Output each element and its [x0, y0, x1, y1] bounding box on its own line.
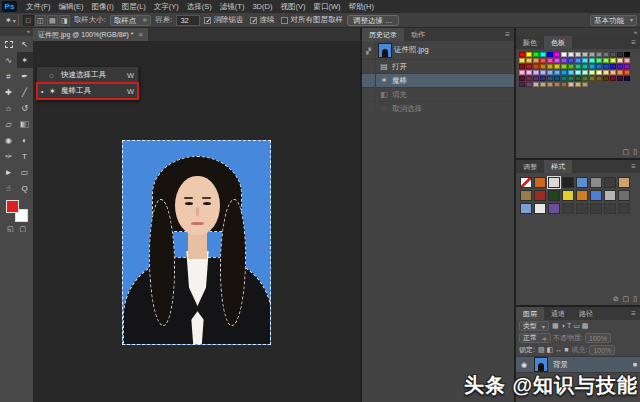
swatch[interactable] [561, 58, 567, 63]
swatch[interactable] [547, 58, 553, 63]
clear-style-icon[interactable]: ⊘ [613, 295, 619, 303]
filter-shape-layers-icon[interactable]: ▭ [572, 322, 581, 330]
brush-tool[interactable]: ╱ [17, 84, 33, 100]
swatch[interactable] [561, 64, 567, 69]
swatch[interactable] [589, 58, 595, 63]
foreground-color-swatch[interactable] [6, 200, 19, 213]
history-entry[interactable]: ▤打开 [362, 60, 514, 74]
swatch[interactable] [526, 76, 532, 81]
move-tool[interactable]: ↖ [17, 36, 33, 52]
panel-menu-icon[interactable]: ≡ [627, 307, 640, 320]
quick-mask-icon[interactable]: ◱ [7, 225, 14, 233]
swatch[interactable] [589, 52, 595, 57]
menu-item[interactable]: 文件(F) [22, 0, 55, 13]
style-swatch[interactable] [576, 177, 588, 188]
tool-preset-picker[interactable]: ✶ ▾ [3, 15, 19, 26]
flyout-item-魔棒工具[interactable]: •✶魔棒工具W [37, 83, 138, 99]
tab-styles[interactable]: 样式 [544, 160, 572, 173]
swatch[interactable] [533, 70, 539, 75]
swatch[interactable] [589, 76, 595, 81]
menu-item[interactable]: 窗口(W) [309, 0, 344, 13]
swatch[interactable] [561, 52, 567, 57]
style-swatch[interactable] [590, 177, 602, 188]
swatch[interactable] [582, 82, 588, 87]
swatch[interactable] [589, 70, 595, 75]
swatch[interactable] [554, 52, 560, 57]
tab-channels[interactable]: 通道 [544, 307, 572, 320]
swatch[interactable] [610, 70, 616, 75]
swatch[interactable] [519, 64, 525, 69]
swatch[interactable] [519, 52, 525, 57]
swatch[interactable] [603, 58, 609, 63]
new-style-icon[interactable]: ▢ [623, 295, 630, 303]
swatch[interactable] [610, 52, 616, 57]
swatch[interactable] [582, 58, 588, 63]
panel-menu-icon[interactable]: ≡ [501, 28, 514, 41]
menu-item[interactable]: 帮助(H) [345, 0, 378, 13]
panel-menu-icon[interactable]: ≡ [627, 36, 640, 49]
menu-item[interactable]: 图层(L) [118, 0, 150, 13]
dock-collapse-icon[interactable]: » [516, 28, 640, 36]
tab-layers[interactable]: 图层 [516, 307, 544, 320]
fill-select[interactable]: 100% [589, 345, 615, 355]
swatch[interactable] [554, 64, 560, 69]
swatch[interactable] [617, 76, 623, 81]
swatch[interactable] [526, 64, 532, 69]
style-swatch[interactable] [576, 190, 588, 201]
swatch[interactable] [617, 58, 623, 63]
swatch[interactable] [568, 64, 574, 69]
style-swatch[interactable] [618, 190, 630, 201]
swatch[interactable] [603, 64, 609, 69]
hand-tool[interactable]: ☝ [1, 180, 17, 196]
tab-paths[interactable]: 路径 [572, 307, 600, 320]
swatch[interactable] [533, 64, 539, 69]
swatch[interactable] [561, 70, 567, 75]
lasso-tool[interactable]: ∿ [1, 52, 17, 68]
pen-tool[interactable]: ✑ [1, 148, 17, 164]
swatch[interactable] [533, 58, 539, 63]
opacity-select[interactable]: 100% [585, 333, 611, 343]
swatch[interactable] [554, 58, 560, 63]
style-swatch[interactable] [548, 177, 560, 188]
swatch[interactable] [540, 76, 546, 81]
swatch[interactable] [519, 58, 525, 63]
gradient-tool[interactable] [17, 116, 33, 132]
swatch[interactable] [582, 70, 588, 75]
swatch[interactable] [624, 52, 630, 57]
menu-item[interactable]: 图像(I) [88, 0, 118, 13]
style-swatch[interactable] [618, 177, 630, 188]
swatch[interactable] [575, 76, 581, 81]
menu-item[interactable]: 编辑(E) [55, 0, 88, 13]
document-tab[interactable]: 证件照.jpg @ 100%(RGB/8#) * × [33, 28, 148, 41]
toolbar-collapse-icon[interactable]: « [0, 28, 33, 36]
swatch[interactable] [624, 64, 630, 69]
set-source-box[interactable] [362, 60, 376, 73]
lock-transparent-pixels-icon[interactable]: ▨ [537, 346, 546, 354]
menu-item[interactable]: 滤镜(T) [216, 0, 249, 13]
eraser-tool[interactable]: ▱ [1, 116, 17, 132]
swatch[interactable] [554, 70, 560, 75]
swatch[interactable] [596, 64, 602, 69]
lock-image-pixels-icon[interactable]: ◧ [546, 346, 555, 354]
set-source-box[interactable] [362, 88, 376, 101]
swatch[interactable] [575, 70, 581, 75]
workspace-switcher[interactable]: 基本功能 ▾ [590, 15, 637, 26]
dodge-tool[interactable]: ◐ [17, 132, 33, 148]
filter-pixel-layers-icon[interactable]: ▦ [551, 322, 560, 330]
layer-row-background[interactable]: ◉ 背景 ■ [516, 356, 640, 373]
swatch[interactable] [561, 82, 567, 87]
history-entry[interactable]: ✶魔棒 [362, 74, 514, 88]
sample-size-select[interactable]: 取样点 ≑ [110, 15, 152, 26]
swatch[interactable] [540, 58, 546, 63]
swatch[interactable] [533, 76, 539, 81]
history-entry[interactable]: ◌取消选择 [362, 102, 514, 116]
id-photo[interactable] [122, 140, 271, 345]
shape-tool[interactable]: ▭ [17, 164, 33, 180]
tab-adjustments[interactable]: 调整 [516, 160, 544, 173]
set-source-box[interactable] [362, 102, 376, 115]
tolerance-input[interactable]: 32 [176, 15, 200, 26]
swatch[interactable] [547, 82, 553, 87]
swatch[interactable] [526, 82, 532, 87]
trash-icon[interactable]: ▯ [633, 295, 637, 303]
checkbox-连续[interactable]: ✓连续 [250, 15, 274, 25]
